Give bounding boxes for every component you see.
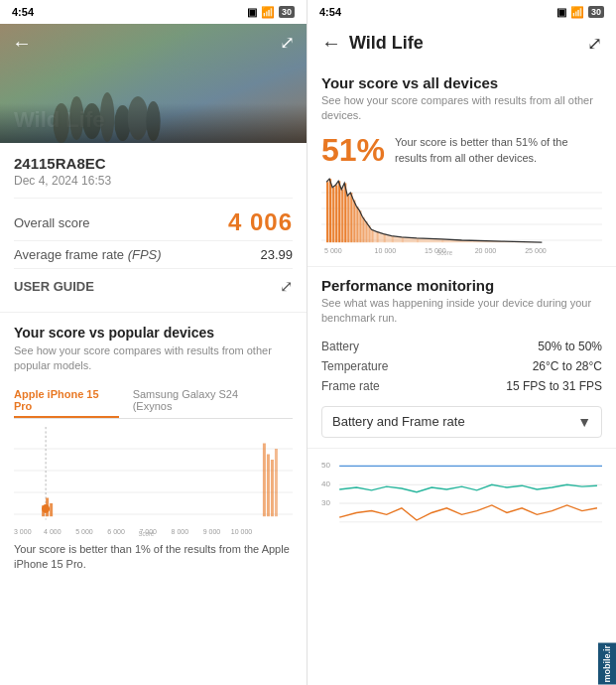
- fps-label: Average frame rate (FPS): [14, 247, 162, 262]
- svg-text:40: 40: [321, 480, 331, 488]
- battery-icon-r: 30: [588, 6, 604, 18]
- svg-text:Score: Score: [138, 530, 154, 536]
- svg-rect-18: [271, 460, 274, 516]
- svg-text:25 000: 25 000: [525, 245, 547, 254]
- right-title: Wild Life: [349, 33, 424, 54]
- svg-marker-55: [326, 179, 582, 242]
- perf-title: Performance monitoring: [321, 277, 602, 294]
- user-guide-label: USER GUIDE: [14, 279, 94, 294]
- status-icons-left: ▣ 📶 30: [247, 6, 295, 19]
- battery-chart: 50 40 30: [321, 457, 602, 536]
- popular-chart-svg: 3 000 4 000 5 000 6 000 7 000 8 000 9 00…: [14, 427, 293, 536]
- time-right: 4:54: [319, 6, 341, 18]
- score-pct-row: 51% Your score is better than 51% of the…: [321, 134, 602, 167]
- svg-rect-17: [267, 454, 270, 516]
- perf-temp-key: Temperature: [321, 359, 388, 373]
- tab-iphone[interactable]: Apple iPhone 15 Pro: [14, 384, 119, 418]
- perf-fps-key: Frame rate: [321, 379, 380, 393]
- svg-text:10 000: 10 000: [375, 245, 397, 254]
- svg-rect-15: [50, 503, 53, 516]
- chevron-down-icon: ▼: [577, 414, 591, 430]
- score-vs-subtitle: See how your score compares with results…: [321, 93, 602, 124]
- svg-text:20 000: 20 000: [475, 245, 497, 254]
- watermark: mobile.ir: [598, 643, 616, 685]
- status-icons-right: ▣ 📶 30: [556, 6, 604, 19]
- svg-text:9 000: 9 000: [203, 526, 221, 535]
- svg-rect-14: [46, 497, 49, 516]
- popular-chart-desc: Your score is better than 1% of the resu…: [14, 542, 293, 573]
- status-bar-right: 4:54 ▣ 📶 30: [308, 0, 616, 24]
- device-date: Dec 4, 2024 16:53: [14, 174, 293, 188]
- perf-battery-val: 50% to 50%: [538, 340, 602, 353]
- popular-section: Your score vs popular devices See how yo…: [0, 313, 307, 685]
- svg-point-3: [100, 92, 114, 142]
- svg-rect-19: [275, 449, 278, 516]
- share-button-left[interactable]: ⤢: [280, 32, 295, 54]
- popular-title: Your score vs popular devices: [14, 325, 293, 341]
- all-devices-chart-svg: 5 000 10 000 15 000 20 000 25 000 Score: [321, 177, 602, 256]
- svg-text:3 000: 3 000: [14, 526, 32, 535]
- svg-text:6 000: 6 000: [107, 526, 125, 535]
- dropdown-label: Battery and Frame rate: [332, 414, 465, 429]
- score-vs-section: Your score vs all devices See how your s…: [308, 65, 616, 267]
- right-panel: 4:54 ▣ 📶 30 ← Wild Life ⤢ Your score vs …: [308, 0, 616, 685]
- back-button-right[interactable]: ←: [321, 32, 341, 55]
- svg-text:50: 50: [321, 461, 331, 470]
- wifi-icon-r: 📶: [570, 6, 584, 19]
- perf-battery-row: Battery 50% to 50%: [321, 337, 602, 356]
- right-header: ← Wild Life ⤢: [308, 24, 616, 65]
- svg-text:4 000: 4 000: [44, 526, 62, 535]
- svg-point-5: [128, 96, 149, 140]
- tabs-row: Apple iPhone 15 Pro Samsung Galaxy S24 (…: [14, 384, 293, 419]
- tab-samsung[interactable]: Samsung Galaxy S24 (Exynos: [133, 384, 279, 418]
- share-icon[interactable]: ⤢: [280, 277, 293, 296]
- perf-subtitle: See what was happening inside your devic…: [321, 296, 602, 327]
- share-icon-right[interactable]: ⤢: [587, 33, 602, 55]
- perf-fps-row: Frame rate 15 FPS to 31 FPS: [321, 376, 602, 396]
- battery-icon: 30: [279, 6, 295, 18]
- perf-fps-val: 15 FPS to 31 FPS: [506, 379, 602, 393]
- svg-point-6: [146, 101, 160, 141]
- svg-point-2: [82, 103, 101, 139]
- svg-rect-16: [263, 443, 266, 516]
- battery-chart-svg: 50 40 30: [321, 457, 602, 536]
- sim-icon-r: ▣: [556, 6, 566, 19]
- wifi-icon: 📶: [261, 6, 275, 19]
- perf-section: Performance monitoring See what was happ…: [308, 267, 616, 449]
- sim-icon: ▣: [247, 6, 257, 19]
- pct-desc: Your score is better than 51% of the res…: [395, 134, 602, 167]
- popular-chart: 3 000 4 000 5 000 6 000 7 000 8 000 9 00…: [14, 427, 293, 536]
- svg-text:5 000: 5 000: [75, 526, 93, 535]
- status-bar-left: 4:54 ▣ 📶 30: [0, 0, 307, 24]
- score-row: Overall score 4 006: [14, 198, 293, 240]
- svg-text:8 000: 8 000: [172, 526, 189, 535]
- left-panel: 4:54 ▣ 📶 30 ← ⤢ Wild Life 24115RA8EC Dec…: [0, 0, 308, 685]
- perf-battery-key: Battery: [321, 340, 359, 353]
- all-devices-chart: 5 000 10 000 15 000 20 000 25 000 Score: [321, 177, 602, 256]
- svg-point-0: [54, 103, 69, 143]
- back-button[interactable]: ←: [12, 32, 32, 55]
- perf-temp-val: 26°C to 28°C: [533, 359, 602, 373]
- score-value: 4 006: [228, 208, 293, 236]
- svg-text:30: 30: [321, 498, 331, 507]
- battery-framerate-dropdown[interactable]: Battery and Frame rate ▼: [321, 406, 602, 438]
- time-left: 4:54: [12, 6, 34, 18]
- fps-value: 23.99: [260, 247, 293, 262]
- svg-text:10 000: 10 000: [231, 526, 252, 535]
- battery-chart-section: 50 40 30 mobile.ir: [308, 449, 616, 685]
- big-pct: 51%: [321, 134, 385, 166]
- svg-rect-13: [42, 505, 45, 516]
- user-guide-row[interactable]: USER GUIDE ⤢: [14, 268, 293, 300]
- svg-text:Score: Score: [436, 249, 452, 256]
- info-card: 24115RA8EC Dec 4, 2024 16:53 Overall sco…: [0, 143, 307, 313]
- fps-row: Average frame rate (FPS) 23.99: [14, 240, 293, 268]
- score-vs-title: Your score vs all devices: [321, 74, 602, 91]
- hero-image: ← ⤢ Wild Life: [0, 24, 307, 143]
- svg-point-1: [69, 96, 83, 140]
- device-id: 24115RA8EC: [14, 155, 293, 172]
- score-label: Overall score: [14, 215, 90, 230]
- svg-text:5 000: 5 000: [324, 245, 342, 254]
- popular-subtitle: See how your score compares with results…: [14, 343, 293, 374]
- perf-temp-row: Temperature 26°C to 28°C: [321, 356, 602, 376]
